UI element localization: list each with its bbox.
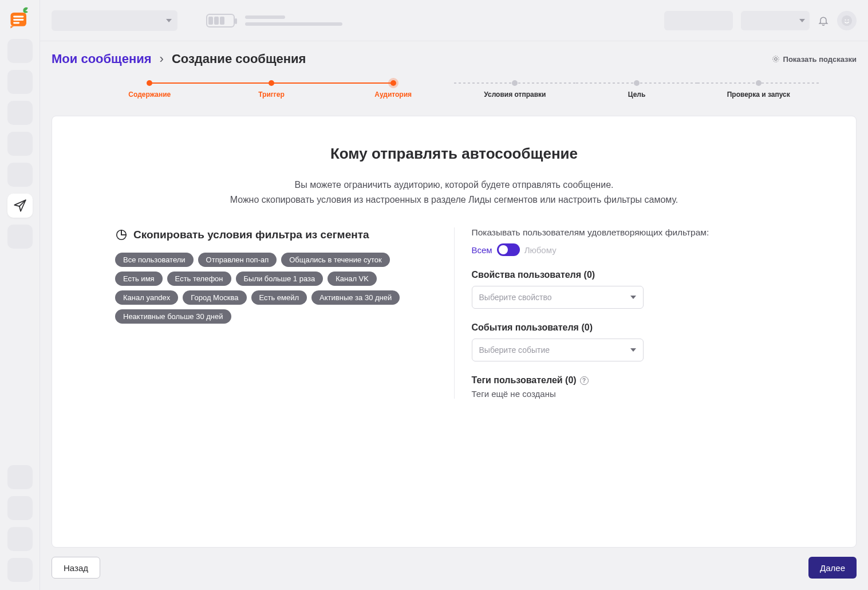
segment-pill[interactable]: Были больше 1 раза <box>236 272 323 286</box>
svg-point-7 <box>774 58 777 61</box>
step-label: Цель <box>628 91 646 99</box>
svg-point-5 <box>845 19 846 20</box>
toggle-all-label: Всем <box>472 245 492 255</box>
wizard-step-5[interactable]: Проверка и запуск <box>697 80 819 99</box>
rail-item[interactable] <box>7 101 33 125</box>
topbar-button[interactable] <box>664 11 733 30</box>
svg-rect-2 <box>13 19 23 21</box>
step-label: Проверка и запуск <box>727 91 790 99</box>
topbar-dropdown[interactable] <box>741 11 810 30</box>
match-mode-toggle-row: Всем Любому <box>472 243 794 256</box>
pie-chart-icon <box>115 229 128 241</box>
tags-empty-text: Теги ещё не созданы <box>472 389 794 399</box>
wizard-step-3[interactable]: Условия отправки <box>454 80 576 99</box>
topbar-placeholder-text <box>245 15 342 26</box>
step-label: Триггер <box>258 91 285 99</box>
breadcrumb-current: Создание сообщения <box>172 52 306 66</box>
user-event-placeholder: Выберите событие <box>479 345 550 355</box>
notifications-icon[interactable] <box>818 15 829 26</box>
rail-item[interactable] <box>7 70 33 94</box>
rail-item[interactable] <box>7 132 33 156</box>
rail-item[interactable] <box>7 527 33 551</box>
step-dot <box>390 80 396 86</box>
user-property-placeholder: Выберите свойство <box>479 293 552 302</box>
rail-item-messages[interactable] <box>7 194 33 218</box>
card-title: Кому отправлять автосообщение <box>115 145 793 163</box>
segment-pill[interactable]: Есть имя <box>115 272 163 286</box>
wizard-step-4[interactable]: Цель <box>576 80 698 99</box>
wizard-footer: Назад Далее <box>52 548 857 590</box>
svg-point-8 <box>772 56 779 62</box>
chevron-right-icon: › <box>160 52 164 66</box>
segment-pill[interactable]: Все пользователи <box>115 253 194 267</box>
next-button[interactable]: Далее <box>808 557 857 579</box>
step-dot <box>634 80 640 86</box>
step-dot <box>756 80 762 86</box>
workspace-select[interactable] <box>52 10 177 31</box>
app-logo[interactable] <box>7 6 33 32</box>
match-mode-toggle[interactable] <box>497 243 520 256</box>
card-description: Вы можете ограничить аудиторию, которой … <box>115 178 793 207</box>
rail-item[interactable] <box>7 225 33 249</box>
user-events-title: События пользователя (0) <box>472 322 794 333</box>
sidebar-rail <box>0 0 40 590</box>
segment-pill[interactable]: Есть емейл <box>251 290 307 305</box>
chevron-down-icon <box>799 19 805 22</box>
help-icon[interactable]: ? <box>580 376 589 385</box>
chevron-down-icon <box>166 19 172 22</box>
step-dot <box>269 80 274 86</box>
rail-item[interactable] <box>7 163 33 187</box>
user-tags-title: Теги пользователей (0) ? <box>472 375 794 386</box>
segment-pill[interactable]: Неактивные больше 30 дней <box>115 309 231 324</box>
segment-pill[interactable]: Город Москва <box>183 290 246 305</box>
usage-indicator <box>206 14 235 27</box>
svg-point-4 <box>842 15 852 25</box>
filter-caption: Показывать пользователям удовлетворяющих… <box>472 227 794 238</box>
segment-pill[interactable]: Общались в течение суток <box>281 253 389 267</box>
chevron-down-icon <box>630 348 636 352</box>
user-properties-title: Свойства пользователя (0) <box>472 270 794 280</box>
segment-pill[interactable]: Канал yandex <box>115 290 178 305</box>
rail-item[interactable] <box>7 558 33 582</box>
step-dot <box>512 80 518 86</box>
user-event-select[interactable]: Выберите событие <box>472 339 644 361</box>
avatar[interactable] <box>837 11 857 30</box>
breadcrumb-root[interactable]: Мои сообщения <box>52 52 152 66</box>
step-label: Содержание <box>128 91 171 99</box>
segment-pill[interactable]: Отправлен поп-ап <box>198 253 277 267</box>
segment-pill[interactable]: Активные за 30 дней <box>311 290 400 305</box>
svg-rect-1 <box>13 16 23 18</box>
show-hints-label: Показать подсказки <box>783 55 857 64</box>
toggle-any-label: Любому <box>524 245 557 255</box>
content-card: Кому отправлять автосообщение Вы можете … <box>52 116 857 548</box>
step-dot <box>147 80 152 86</box>
segment-pill[interactable]: Есть телефон <box>167 272 231 286</box>
svg-point-6 <box>847 19 849 20</box>
rail-item[interactable] <box>7 39 33 63</box>
breadcrumb: Мои сообщения › Создание сообщения Показ… <box>52 52 857 66</box>
segment-pill[interactable]: Канал VK <box>328 272 377 286</box>
show-hints-button[interactable]: Показать подсказки <box>772 55 857 64</box>
rail-item[interactable] <box>7 465 33 489</box>
rail-item[interactable] <box>7 496 33 520</box>
user-property-select[interactable]: Выберите свойство <box>472 286 644 309</box>
wizard-steps: СодержаниеТриггерАудиторияУсловия отправ… <box>52 80 857 99</box>
segment-pills: Все пользователиОтправлен поп-апОбщались… <box>115 253 437 324</box>
svg-rect-3 <box>13 22 19 24</box>
step-label: Аудитория <box>374 91 412 99</box>
step-label: Условия отправки <box>484 91 546 99</box>
topbar <box>40 0 868 41</box>
back-button[interactable]: Назад <box>52 557 100 579</box>
chevron-down-icon <box>630 296 636 299</box>
wizard-step-2[interactable]: Аудитория <box>332 80 454 99</box>
segment-copy-title: Скопировать условия фильтра из сегмента <box>115 227 437 242</box>
